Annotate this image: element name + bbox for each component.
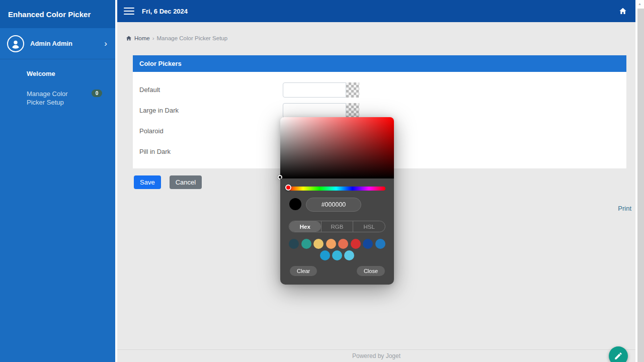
sidebar: Enhanced Color Picker Admin Admin › Welc… xyxy=(0,0,115,362)
scrollbar-up-arrow[interactable]: ▲ xyxy=(635,2,644,6)
hamburger-menu-icon[interactable] xyxy=(124,6,134,17)
breadcrumb-current: Manage Color Picker Setup xyxy=(157,35,228,41)
home-icon[interactable] xyxy=(619,7,627,15)
form-actions: Save Cancel xyxy=(134,175,202,189)
powered-by-text: Powered by Joget xyxy=(352,352,400,359)
tab-hex[interactable]: Hex xyxy=(289,221,321,232)
hex-value-input[interactable] xyxy=(306,198,361,212)
footer: Powered by Joget xyxy=(117,349,635,362)
breadcrumb: Home › Manage Color Picker Setup xyxy=(126,35,227,41)
topbar-date: Fri, 6 Dec 2024 xyxy=(142,8,188,15)
field-label: Polaroid xyxy=(139,127,283,135)
field-label: Large in Dark xyxy=(139,107,283,114)
tab-rgb[interactable]: RGB xyxy=(321,221,353,232)
tab-hsl[interactable]: HSL xyxy=(353,221,385,232)
color-value-field[interactable] xyxy=(283,82,346,98)
edit-fab-button[interactable] xyxy=(609,346,628,362)
close-button[interactable]: Close xyxy=(357,266,385,276)
breadcrumb-separator: › xyxy=(152,35,154,41)
transparency-checker-swatch[interactable] xyxy=(346,103,359,118)
color-swatch[interactable] xyxy=(301,239,311,249)
form-row-default: Default xyxy=(133,79,626,100)
print-link[interactable]: Print xyxy=(618,205,631,212)
sidebar-menu: Welcome Manage Color Picker Setup 0 xyxy=(0,59,115,107)
color-swatch[interactable] xyxy=(351,239,361,249)
pencil-icon xyxy=(614,351,623,360)
color-swatch[interactable] xyxy=(332,250,342,260)
saturation-gradient-area[interactable] xyxy=(280,117,394,178)
color-swatch[interactable] xyxy=(289,239,299,249)
sidebar-item-welcome[interactable]: Welcome xyxy=(27,69,108,78)
user-avatar-icon xyxy=(7,35,24,52)
color-input-default[interactable] xyxy=(283,82,359,98)
format-tabs: Hex RGB HSL xyxy=(289,221,385,232)
field-label: Default xyxy=(139,86,283,94)
sidebar-item-manage-color-picker-setup[interactable]: Manage Color Picker Setup 0 xyxy=(27,89,86,107)
user-menu[interactable]: Admin Admin › xyxy=(0,28,115,59)
color-value-field[interactable] xyxy=(283,103,346,118)
topbar: Fri, 6 Dec 2024 xyxy=(115,0,635,22)
save-button[interactable]: Save xyxy=(134,175,161,189)
clear-button[interactable]: Clear xyxy=(290,266,317,276)
app-title: Enhanced Color Picker xyxy=(0,0,115,28)
color-input-large-in-dark[interactable] xyxy=(283,103,359,118)
color-picker-popup: Hex RGB HSL Clear Close xyxy=(280,117,394,285)
transparency-checker-swatch[interactable] xyxy=(346,82,359,98)
panel-title: Color Pickers xyxy=(133,55,626,72)
color-swatch[interactable] xyxy=(326,239,336,249)
sidebar-item-label: Manage Color Picker Setup xyxy=(27,90,68,106)
breadcrumb-home-link[interactable]: Home xyxy=(134,35,150,41)
user-name: Admin Admin xyxy=(30,40,104,47)
color-preview-dot xyxy=(289,198,301,210)
scrollbar-thumb[interactable] xyxy=(637,9,644,362)
color-swatch[interactable] xyxy=(313,239,324,249)
color-swatch[interactable] xyxy=(344,250,354,260)
color-swatch[interactable] xyxy=(338,239,348,249)
color-swatch[interactable] xyxy=(375,239,385,249)
color-swatch[interactable] xyxy=(320,250,330,260)
breadcrumb-home-icon xyxy=(126,35,132,41)
count-badge: 0 xyxy=(92,89,102,97)
field-label: Pill in Dark xyxy=(139,148,283,155)
cancel-button[interactable]: Cancel xyxy=(170,175,202,189)
hue-slider[interactable] xyxy=(287,187,385,191)
color-swatch[interactable] xyxy=(363,239,373,249)
swatches-row-1 xyxy=(289,239,385,249)
chevron-right-icon: › xyxy=(104,39,107,48)
hue-slider-handle[interactable] xyxy=(285,185,291,191)
swatches-row-2 xyxy=(289,250,385,260)
scrollbar[interactable]: ▲ xyxy=(635,0,644,362)
